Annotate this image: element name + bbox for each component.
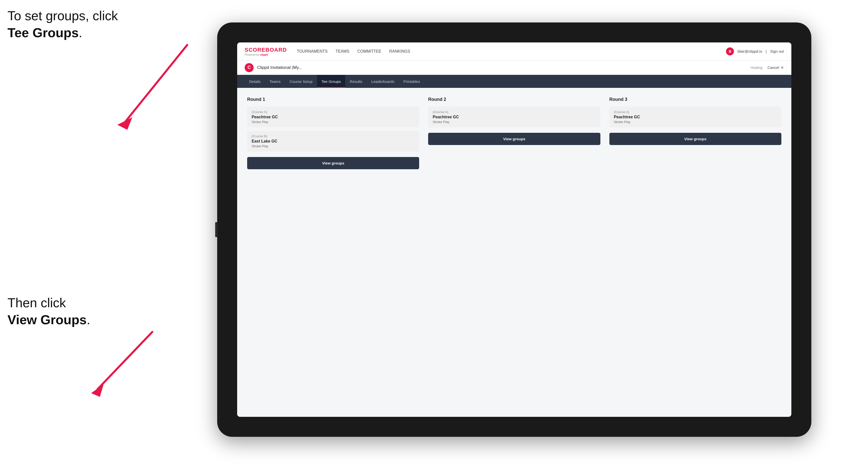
logo-area: SCOREBOARD Powered by clippit [245, 47, 287, 56]
rounds-grid: Round 1 (Course A) Peachtree GC Stroke P… [247, 97, 781, 169]
round-2-course-a-card: (Course A) Peachtree GC Stroke Play [428, 106, 600, 127]
tab-printables[interactable]: Printables [399, 75, 425, 88]
svg-marker-3 [91, 384, 103, 397]
instruction-top-line2: Tee Groups. [7, 25, 118, 41]
arrow-to-tee-groups [100, 40, 225, 130]
tournament-bar: C Clippd Invitational (My... Hosting Can… [237, 60, 792, 75]
round-2-course-a-name: Peachtree GC [433, 115, 596, 119]
round-1-course-b-card: (Course B) East Lake GC Stroke Play [247, 131, 419, 152]
round-1-course-a-format: Stroke Play [252, 120, 415, 124]
round-1-course-b-label: (Course B) [252, 134, 415, 138]
instruction-top-line1: To set groups, click [7, 7, 118, 25]
round-3-column: Round 3 (Course A) Peachtree GC Stroke P… [609, 97, 781, 169]
svg-line-2 [97, 332, 152, 390]
logo-text: SCOREBOARD [245, 47, 287, 53]
instruction-bottom-line1: Then click [7, 294, 90, 311]
tournament-logo: C [245, 63, 254, 72]
user-email: blair@clippd.io [738, 49, 762, 54]
svg-marker-1 [117, 117, 132, 130]
round-1-course-a-card: (Course A) Peachtree GC Stroke Play [247, 106, 419, 127]
tab-teams[interactable]: Teams [265, 75, 285, 88]
tablet-side-button [215, 222, 218, 237]
instruction-top: To set groups, click Tee Groups. [7, 7, 118, 41]
round-2-course-a-format: Stroke Play [433, 120, 596, 124]
nav-teams[interactable]: TEAMS [336, 48, 349, 55]
round-3-course-a-format: Stroke Play [614, 120, 777, 124]
tab-course-setup[interactable]: Course Setup [285, 75, 317, 88]
round-3-course-a-card: (Course A) Peachtree GC Stroke Play [609, 106, 781, 127]
instruction-bottom-line2: View Groups. [7, 311, 90, 329]
nav-links: TOURNAMENTS TEAMS COMMITTEE RANKINGS [297, 48, 726, 55]
tee-groups-highlight: Tee Groups [7, 26, 79, 40]
svg-line-0 [125, 45, 187, 122]
round-1-column: Round 1 (Course A) Peachtree GC Stroke P… [247, 97, 419, 169]
tab-leaderboards[interactable]: Leaderboards [367, 75, 399, 88]
tablet-device: SCOREBOARD Powered by clippit TOURNAMENT… [217, 23, 811, 437]
round-1-view-groups-button[interactable]: View groups [247, 157, 419, 169]
round-1-course-b-name: East Lake GC [252, 139, 415, 144]
sign-out-link[interactable]: Sign out [770, 49, 784, 54]
round-2-title: Round 2 [428, 97, 600, 102]
round-3-course-a-label: (Course A) [614, 110, 777, 114]
tablet-screen: SCOREBOARD Powered by clippit TOURNAMENT… [237, 42, 792, 417]
round-1-course-a-label: (Course A) [252, 110, 415, 114]
nav-tournaments[interactable]: TOURNAMENTS [297, 48, 328, 55]
cancel-button[interactable]: Cancel ✕ [767, 65, 784, 70]
view-groups-highlight: View Groups [7, 312, 87, 327]
round-2-course-a-label: (Course A) [433, 110, 596, 114]
tab-tee-groups[interactable]: Tee Groups [317, 75, 345, 88]
round-2-view-groups-button[interactable]: View groups [428, 133, 600, 145]
logo-board: BOARD [266, 47, 287, 53]
user-avatar: B [726, 48, 734, 55]
tab-results[interactable]: Results [345, 75, 367, 88]
round-1-title: Round 1 [247, 97, 419, 102]
arrow-to-view-groups [78, 327, 172, 402]
round-3-title: Round 3 [609, 97, 781, 102]
nav-rankings[interactable]: RANKINGS [389, 48, 410, 55]
tabs-bar: Details Teams Course Setup Tee Groups Re… [237, 75, 792, 88]
nav-committee[interactable]: COMMITTEE [357, 48, 381, 55]
tab-details[interactable]: Details [245, 75, 265, 88]
nav-right: B blair@clippd.io | Sign out [726, 48, 784, 55]
tournament-name: Clippd Invitational (My... [257, 65, 751, 70]
main-content: Round 1 (Course A) Peachtree GC Stroke P… [237, 88, 792, 417]
nav-separator: | [766, 49, 767, 54]
instruction-bottom: Then click View Groups. [7, 294, 90, 328]
round-3-course-a-name: Peachtree GC [614, 115, 777, 119]
logo-sub: Powered by clippit [245, 53, 287, 56]
logo-score: SCORE [245, 47, 266, 53]
round-3-view-groups-button[interactable]: View groups [609, 133, 781, 145]
round-1-course-a-name: Peachtree GC [252, 115, 415, 119]
top-nav: SCOREBOARD Powered by clippit TOURNAMENT… [237, 42, 792, 60]
round-2-column: Round 2 (Course A) Peachtree GC Stroke P… [428, 97, 600, 169]
tournament-status: Hosting [751, 66, 763, 70]
round-1-course-b-format: Stroke Play [252, 144, 415, 148]
